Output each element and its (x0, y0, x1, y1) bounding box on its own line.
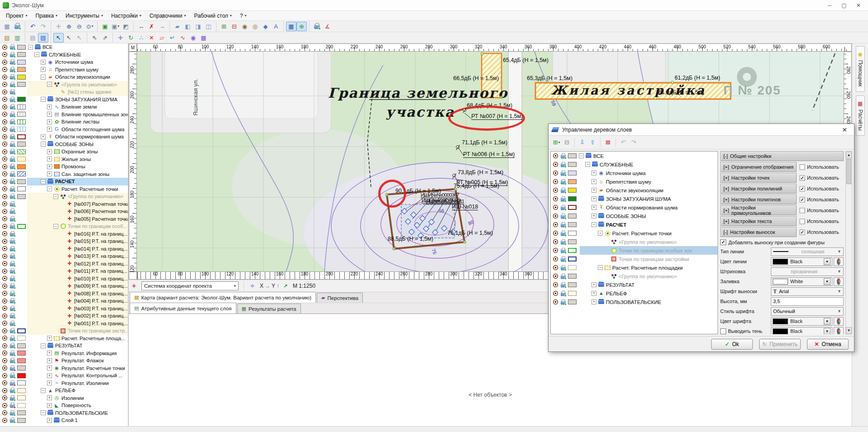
layer-color-swatch[interactable] (17, 119, 26, 124)
layer-row-служебные[interactable]: −СЛУЖЕБНЫЕ (0, 51, 128, 59)
settings-scrollbar[interactable]: ▲ ▼ (845, 151, 852, 334)
dialog-layer-row-области-нормирования-шума[interactable]: +ŦОбласти нормирования шума (551, 203, 718, 212)
redo-button[interactable]: ↷ (629, 138, 639, 147)
layer-row--№013-р-т-на-границ-[interactable]: ✚[№013] Р.Т. на границ... (0, 252, 128, 260)
visibility-eye-icon[interactable] (553, 256, 558, 261)
expand-toggle-icon[interactable]: − (41, 97, 46, 102)
dialog-layer-row-все[interactable]: −ВСЕ (551, 152, 718, 160)
visibility-eye-icon[interactable] (2, 157, 7, 161)
layer-color-swatch[interactable] (17, 90, 26, 95)
print-layer-icon[interactable] (10, 411, 15, 415)
print-layer-icon[interactable] (10, 240, 15, 244)
point-move-button[interactable]: ◆ (260, 22, 271, 31)
drag-save-button[interactable]: ⇗ (100, 33, 110, 43)
layer-color-swatch[interactable] (17, 395, 26, 400)
print-layer-icon[interactable] (10, 337, 15, 341)
dialog-layer-row-рельеф[interactable]: +▲РЕЛЬЕФ (551, 289, 718, 298)
print-layer-icon[interactable] (561, 206, 566, 210)
print-layer-icon[interactable] (10, 366, 15, 370)
layer-color-swatch[interactable] (17, 343, 26, 348)
layer-color-swatch[interactable] (568, 248, 577, 253)
print-layer-icon[interactable] (10, 105, 15, 109)
visibility-eye-icon[interactable] (2, 119, 7, 124)
select-plus-button[interactable]: ↖ (64, 33, 74, 43)
dialog-layer-row--группа-по-умолчанию-[interactable]: <Группа по умолчанию> (551, 272, 718, 280)
layer-row-результат-информация[interactable]: +▤Результат. Информация (0, 350, 128, 357)
layer-color-swatch[interactable] (17, 410, 26, 415)
drag-copy-button[interactable]: ⇖ (89, 33, 100, 43)
layer-row-зоны-затухания-шума[interactable]: −ЗОНЫ ЗАТУХАНИЯ ШУМА (0, 96, 128, 104)
visibility-eye-icon[interactable] (2, 45, 7, 50)
print-layer-icon[interactable] (10, 396, 15, 400)
print-layer-icon[interactable] (10, 53, 15, 57)
layers-flat-button[interactable]: ▤ (28, 33, 38, 43)
use-checkbox[interactable]: Использовать (797, 218, 844, 224)
layer-row-результат[interactable]: −РЕЗУЛЬТАТ (0, 342, 128, 350)
expand-toggle-icon[interactable]: − (53, 224, 58, 229)
print-layer-icon[interactable] (10, 46, 15, 50)
print-layer-icon[interactable] (10, 292, 15, 296)
layer-color-swatch[interactable] (17, 60, 26, 65)
select-object-button[interactable]: ◩ (121, 22, 131, 31)
minimize-button[interactable]: ─ (823, 1, 836, 10)
point-add-button[interactable]: ⊞ (219, 22, 229, 31)
visibility-eye-icon[interactable] (2, 254, 7, 259)
применить-button[interactable]: ↻Применить (759, 339, 801, 350)
redo-button[interactable]: ↷ (38, 22, 48, 31)
point-remove-button[interactable]: ⊟ (229, 22, 239, 31)
visibility-eye-icon[interactable] (2, 231, 7, 236)
print-layer-icon[interactable] (561, 189, 566, 193)
expand-toggle-icon[interactable]: − (53, 194, 58, 199)
visibility-eye-icon[interactable] (2, 418, 7, 423)
layer-color-swatch[interactable] (17, 186, 26, 191)
delete-contour-button[interactable]: ▱ (157, 33, 167, 43)
visibility-eye-icon[interactable] (2, 395, 7, 400)
layer-color-swatch[interactable] (17, 299, 26, 304)
expand-toggle-icon[interactable]: + (591, 214, 596, 218)
layer-row-все[interactable]: −ВСЕ (0, 43, 128, 51)
layer-color-swatch[interactable] (17, 373, 26, 378)
expand-toggle-icon[interactable]: + (41, 67, 46, 72)
print-layer-icon[interactable] (10, 285, 15, 289)
dialog-layer-row-результат[interactable]: +РЕЗУЛЬТАТ (551, 280, 718, 289)
layer-color-swatch[interactable] (568, 291, 577, 296)
expand-toggle-icon[interactable]: − (41, 75, 46, 80)
visibility-eye-icon[interactable] (2, 321, 7, 326)
palette-icon[interactable] (834, 317, 844, 326)
print-layer-icon[interactable] (10, 90, 15, 95)
layer-row--№004-р-т-на-границ-[interactable]: ✚[№004] Р.Т. на границ... (0, 297, 128, 305)
expand-toggle-icon[interactable]: + (47, 336, 52, 341)
print-layer-icon[interactable] (561, 283, 566, 287)
layer-color-swatch[interactable] (17, 380, 26, 385)
spline-button[interactable]: ∿ (178, 33, 188, 43)
expand-toggle-icon[interactable]: + (591, 196, 596, 201)
layer-row-точки-по-границам-особ-[interactable]: −Точки по границам особ... (0, 223, 128, 230)
print-layer-icon[interactable] (10, 76, 15, 80)
layer-row--№014-р-т-на-границ-[interactable]: ✚[№014] Р.Т. на границ... (0, 245, 128, 253)
layer-row--№002-р-т-на-границ-[interactable]: ✚[№002] Р.Т. на границ... (0, 312, 128, 320)
layer-row-результат-контрольный-[interactable]: +∿Результат. Контрольный ... (0, 372, 128, 380)
expand-toggle-icon[interactable]: + (47, 418, 52, 423)
visibility-eye-icon[interactable] (2, 269, 7, 274)
layer-row-области-поглощения-шума[interactable]: +GОбласти поглощения шума (0, 126, 128, 133)
visibility-eye-icon[interactable] (2, 313, 7, 318)
expand-toggle-icon[interactable]: − (41, 410, 46, 415)
print-layer-icon[interactable] (10, 314, 15, 318)
layer-color-swatch[interactable] (17, 231, 26, 236)
polygon-region-button[interactable]: ▩ (198, 33, 209, 43)
scroll-thumb[interactable] (846, 159, 851, 184)
export-button[interactable]: → (157, 22, 167, 31)
visibility-eye-icon[interactable] (2, 164, 7, 169)
print-layer-icon[interactable] (10, 120, 15, 124)
font-style-select[interactable]: Обычный▼ (771, 307, 844, 316)
tab-результаты-расчета[interactable]: ▦Результаты расчета (237, 304, 301, 313)
print-layer-icon[interactable] (10, 419, 15, 423)
print-layer-icon[interactable] (10, 359, 15, 363)
use-checkbox[interactable]: Использовать (797, 164, 844, 170)
shadow-checkbox[interactable] (720, 328, 726, 334)
grid-toggle-button[interactable]: ▦ (286, 22, 296, 31)
visibility-eye-icon[interactable] (553, 239, 558, 244)
zoom-select-toggle-button[interactable]: ⊕ (296, 22, 307, 31)
print-layer-icon[interactable] (10, 404, 15, 408)
print-layer-icon[interactable] (561, 257, 566, 261)
